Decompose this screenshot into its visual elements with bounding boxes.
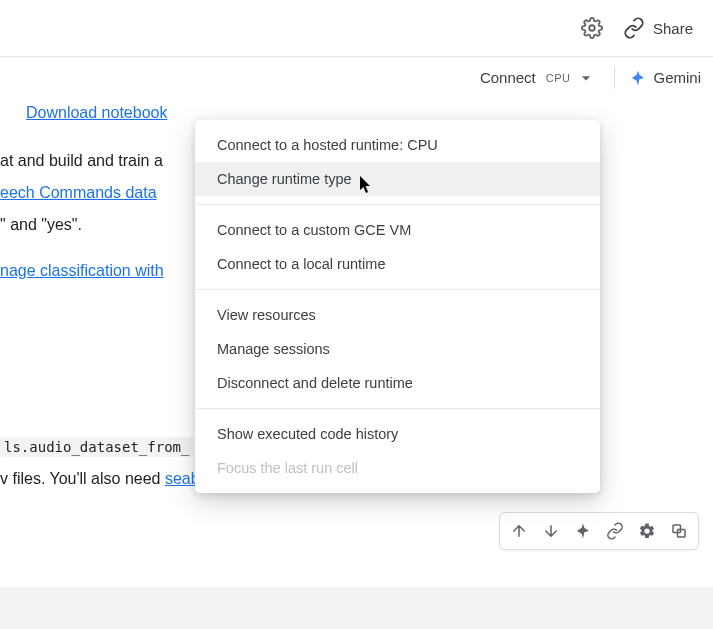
mirror-icon	[670, 522, 688, 540]
cell-settings-button[interactable]	[632, 516, 662, 546]
gemini-label: Gemini	[653, 69, 701, 86]
menu-item-custom-gce[interactable]: Connect to a custom GCE VM	[195, 213, 600, 247]
gear-icon	[638, 522, 656, 540]
image-classification-link[interactable]: nage classification with	[0, 262, 164, 279]
cell-toolbar	[499, 512, 699, 550]
menu-item-code-history[interactable]: Show executed code history	[195, 417, 600, 451]
code-fragment: ls.audio_dataset_from_	[0, 437, 193, 457]
text-fragment: v files. You'll also need	[0, 470, 165, 487]
connect-dropdown-menu: Connect to a hosted runtime: CPU Change …	[195, 120, 600, 493]
menu-divider	[195, 408, 600, 409]
connect-button[interactable]: Connect CPU	[476, 68, 605, 88]
gemini-button[interactable]: Gemini	[625, 69, 705, 87]
menu-divider	[195, 289, 600, 290]
settings-button[interactable]	[581, 17, 603, 39]
share-button[interactable]: Share	[623, 17, 693, 39]
gear-icon	[581, 17, 603, 39]
chevron-down-icon	[576, 68, 596, 88]
menu-item-hosted-runtime[interactable]: Connect to a hosted runtime: CPU	[195, 128, 600, 162]
arrow-down-icon	[542, 522, 560, 540]
menu-item-change-runtime[interactable]: Change runtime type	[195, 162, 600, 196]
move-cell-up-button[interactable]	[504, 516, 534, 546]
svg-point-0	[589, 25, 595, 31]
arrow-up-icon	[510, 522, 528, 540]
runtime-chip: CPU	[544, 72, 573, 84]
link-icon	[606, 522, 624, 540]
move-cell-down-button[interactable]	[536, 516, 566, 546]
download-notebook-link[interactable]: Download notebook	[26, 100, 167, 126]
menu-item-view-resources[interactable]: View resources	[195, 298, 600, 332]
share-label: Share	[653, 20, 693, 37]
link-icon	[623, 17, 645, 39]
divider	[614, 67, 615, 89]
menu-item-focus-last-cell: Focus the last run cell	[195, 451, 600, 485]
sparkle-icon	[629, 69, 647, 87]
menu-item-manage-sessions[interactable]: Manage sessions	[195, 332, 600, 366]
menu-divider	[195, 204, 600, 205]
mirror-cell-button[interactable]	[664, 516, 694, 546]
cell-link-button[interactable]	[600, 516, 630, 546]
ai-button[interactable]	[568, 516, 598, 546]
text-fragment: " and "yes".	[0, 216, 82, 233]
connect-label: Connect	[476, 69, 540, 86]
code-cell-background	[0, 587, 713, 629]
sparkle-icon	[574, 522, 592, 540]
text-fragment: at and build and train a	[0, 152, 163, 169]
menu-item-disconnect[interactable]: Disconnect and delete runtime	[195, 366, 600, 400]
speech-commands-link[interactable]: eech Commands data	[0, 184, 157, 201]
menu-item-local-runtime[interactable]: Connect to a local runtime	[195, 247, 600, 281]
